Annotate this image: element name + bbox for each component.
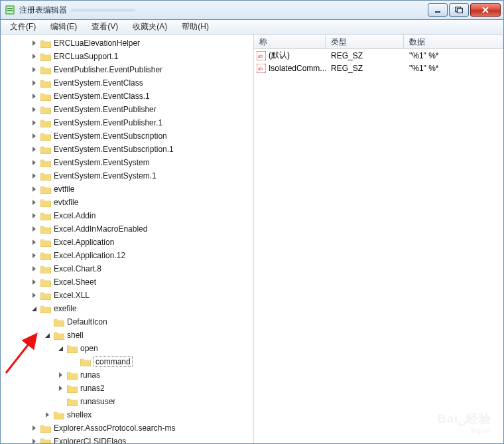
expander-closed-icon[interactable]	[30, 106, 38, 113]
tree-node[interactable]: shellex	[1, 408, 253, 421]
expander-open-icon[interactable]	[30, 305, 38, 313]
expander-closed-icon[interactable]	[30, 92, 38, 100]
menu-file[interactable]: 文件(F)	[3, 20, 42, 34]
tree-node[interactable]: EventSystem.EventSystem.1	[1, 169, 253, 183]
tree-node-label: ERCLuaSupport.1	[54, 52, 118, 61]
string-value-icon	[257, 51, 266, 60]
tree-node[interactable]: EventSystem.EventClass	[1, 76, 253, 90]
tree-node[interactable]: EventSystem.EventClass.1	[1, 90, 253, 103]
folder-icon	[40, 224, 51, 234]
expander-closed-icon[interactable]	[30, 252, 38, 259]
value-row[interactable]: (默认)REG_SZ"%1" %*	[254, 49, 503, 62]
values-list-body[interactable]: (默认)REG_SZ"%1" %*IsolatedComm...REG_SZ"%…	[254, 49, 503, 443]
string-value-icon	[257, 64, 266, 73]
expander-closed-icon[interactable]	[30, 278, 38, 286]
expander-closed-icon[interactable]	[30, 172, 38, 180]
tree-node[interactable]: command	[1, 355, 253, 368]
expander-open-icon[interactable]	[43, 331, 51, 339]
folder-icon	[67, 344, 78, 353]
column-header-data[interactable]: 数据	[404, 35, 503, 48]
column-header-type[interactable]: 类型	[326, 35, 404, 48]
folder-icon	[40, 238, 51, 247]
close-button[interactable]	[470, 3, 501, 17]
folder-icon	[54, 317, 64, 327]
expander-closed-icon[interactable]	[30, 132, 38, 140]
tree-node-label: open	[80, 344, 98, 353]
tree-node-label: Excel.XLL	[54, 291, 90, 300]
expander-closed-icon[interactable]	[56, 371, 64, 379]
tree-node[interactable]: exefile	[1, 302, 253, 315]
tree-node-label: EventSystem.EventSubscription.1	[54, 145, 174, 154]
expander-closed-icon[interactable]	[30, 212, 38, 220]
value-data: "%1" %*	[404, 51, 503, 60]
tree-node[interactable]: Excel.XLL	[1, 289, 253, 302]
folder-icon	[40, 291, 51, 300]
menu-bar: 文件(F) 编辑(E) 查看(V) 收藏夹(A) 帮助(H)	[0, 20, 504, 35]
tree-node-label: EventSystem.EventSubscription	[54, 131, 167, 141]
tree-node-label: EventPublisher.EventPublisher	[54, 65, 162, 74]
tree-node[interactable]: Excel.Application.12	[1, 249, 253, 262]
folder-icon	[40, 304, 51, 313]
menu-view[interactable]: 查看(V)	[85, 20, 125, 34]
menu-help[interactable]: 帮助(H)	[175, 20, 216, 34]
expander-closed-icon[interactable]	[30, 145, 38, 153]
minimize-button[interactable]	[428, 3, 448, 17]
folder-icon	[67, 397, 78, 406]
tree-node[interactable]: runas2	[1, 382, 253, 395]
tree-node[interactable]: Explorer.AssocProtocol.search-ms	[1, 421, 253, 435]
tree-node[interactable]: evtfile	[1, 183, 253, 196]
expander-closed-icon[interactable]	[30, 291, 38, 299]
expander-closed-icon[interactable]	[30, 225, 38, 233]
tree-node[interactable]: EventSystem.EventSubscription.1	[1, 143, 253, 156]
tree-node[interactable]: open	[1, 342, 253, 355]
tree-node[interactable]: Excel.Sheet	[1, 275, 253, 289]
registry-tree[interactable]: ERCLuaElevationHelperERCLuaSupport.1Even…	[1, 35, 254, 443]
expander-closed-icon[interactable]	[30, 79, 38, 87]
expander-closed-icon[interactable]	[30, 437, 38, 443]
tree-node[interactable]: EventSystem.EventSystem	[1, 156, 253, 169]
menu-edit[interactable]: 编辑(E)	[44, 20, 84, 34]
maximize-button[interactable]	[449, 3, 469, 17]
expander-open-icon[interactable]	[56, 344, 64, 352]
value-data: "%1" %*	[404, 64, 503, 73]
expander-closed-icon[interactable]	[30, 198, 38, 206]
tree-node[interactable]: evtxfile	[1, 196, 253, 209]
expander-closed-icon[interactable]	[30, 265, 38, 273]
tree-node[interactable]: ERCLuaElevationHelper	[1, 37, 253, 50]
expander-closed-icon[interactable]	[30, 119, 38, 127]
menu-favorites[interactable]: 收藏夹(A)	[126, 20, 174, 34]
expander-closed-icon[interactable]	[30, 39, 38, 47]
expander-closed-icon[interactable]	[30, 185, 38, 193]
tree-node[interactable]: Excel.Application	[1, 236, 253, 249]
tree-node[interactable]: ERCLuaSupport.1	[1, 50, 253, 63]
expander-closed-icon[interactable]	[30, 159, 38, 167]
expander-closed-icon[interactable]	[30, 52, 38, 60]
folder-icon	[40, 423, 51, 433]
tree-node[interactable]: Excel.Chart.8	[1, 262, 253, 275]
expander-closed-icon[interactable]	[30, 424, 38, 432]
tree-node[interactable]: shell	[1, 329, 253, 342]
window-controls	[428, 3, 501, 17]
tree-node[interactable]: DefaultIcon	[1, 315, 253, 329]
tree-node[interactable]: EventSystem.EventPublisher	[1, 103, 253, 116]
tree-node[interactable]: runas	[1, 368, 253, 382]
folder-icon	[40, 65, 51, 74]
column-header-name[interactable]: 称	[254, 35, 326, 48]
maximize-icon	[455, 7, 463, 13]
svg-rect-4	[435, 11, 440, 13]
expander-closed-icon[interactable]	[43, 411, 51, 419]
tree-node[interactable]: Excel.AddInMacroEnabled	[1, 222, 253, 236]
tree-node[interactable]: ExplorerCLSIDFlags	[1, 435, 253, 443]
tree-node[interactable]: runasuser	[1, 395, 253, 408]
tree-node[interactable]: Excel.Addin	[1, 209, 253, 222]
expander-closed-icon[interactable]	[30, 238, 38, 246]
folder-icon	[67, 370, 78, 380]
tree-node[interactable]: EventSystem.EventSubscription	[1, 129, 253, 143]
value-row[interactable]: IsolatedComm...REG_SZ"%1" %*	[254, 62, 503, 74]
tree-node-label: Excel.Application	[54, 238, 114, 247]
expander-closed-icon[interactable]	[30, 66, 38, 74]
tree-node[interactable]: EventSystem.EventPublisher.1	[1, 116, 253, 129]
expander-closed-icon[interactable]	[56, 384, 64, 392]
tree-node[interactable]: EventPublisher.EventPublisher	[1, 63, 253, 76]
tree-node-label: ExplorerCLSIDFlags	[54, 437, 126, 443]
